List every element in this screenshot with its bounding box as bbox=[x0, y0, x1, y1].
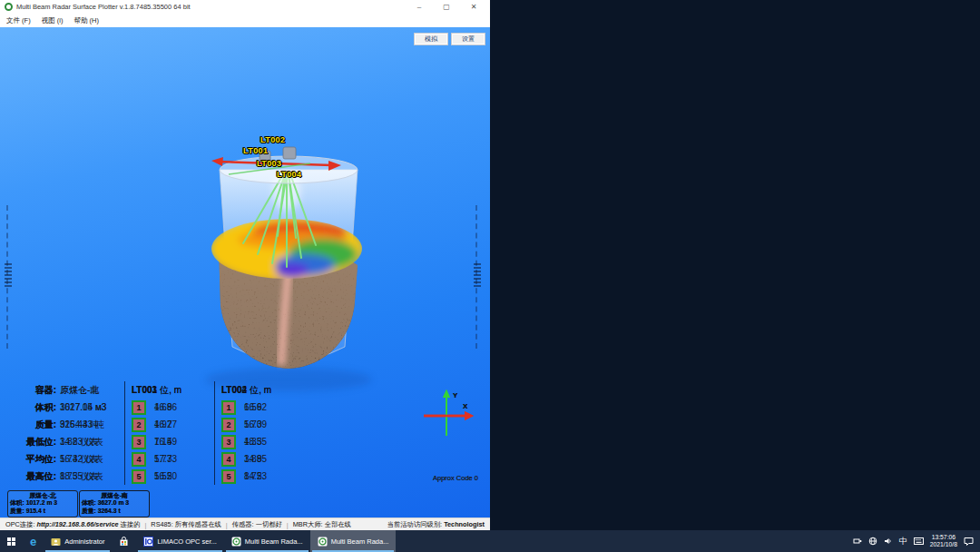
settings-button[interactable]: 设置 bbox=[451, 33, 485, 45]
avg-level-value: 16.42 仪表 bbox=[60, 453, 103, 466]
volume-value: 3627.04 м3 bbox=[60, 402, 106, 412]
taskbar-item-administrator[interactable]: Administrator bbox=[44, 530, 112, 552]
network-icon[interactable] bbox=[868, 537, 877, 546]
avg-level-label: 平均位: bbox=[11, 453, 56, 466]
radar-icon bbox=[318, 537, 328, 547]
system-tray: 中 13:57:06 2021/10/8 bbox=[847, 530, 980, 552]
plot-canvas[interactable]: 模拟 设置 LT003 LT004 容器:原煤仓-南 体积:3627.04 м3… bbox=[0, 27, 490, 518]
beam-row: 316.59 bbox=[132, 433, 210, 450]
taskbar-clock[interactable]: 13:57:06 2021/10/8 bbox=[930, 534, 957, 548]
volume-icon[interactable] bbox=[884, 537, 893, 546]
beam-row: 516.50 bbox=[132, 468, 210, 485]
windows-taskbar: e Administrator LIMACO OPC bbox=[0, 530, 980, 552]
beam-row: 514.23 bbox=[221, 468, 299, 485]
taskbar-item-limaco-opc[interactable]: LIMACO OPC ser... bbox=[136, 530, 223, 552]
container-label: 容器: bbox=[11, 384, 56, 397]
beam-value: 16.86 bbox=[154, 402, 177, 412]
mass-label: 质量: bbox=[11, 419, 56, 431]
beam-status-badge: 5 bbox=[132, 469, 146, 484]
beam-row: 216.27 bbox=[132, 416, 210, 433]
app-icon bbox=[5, 3, 13, 11]
edge-icon: e bbox=[30, 536, 36, 547]
sensor-label: LT004 bbox=[277, 170, 301, 179]
vertical-ruler-right bbox=[475, 205, 477, 349]
store-icon bbox=[119, 537, 129, 547]
approx-code-label: Approx Code 0 bbox=[433, 474, 478, 482]
beam-value: 16.59 bbox=[154, 437, 177, 447]
menu-bar: 文件 (F) 视图 (i) 帮助 (H) bbox=[0, 14, 490, 27]
beam-status-badge: 4 bbox=[132, 452, 146, 467]
beam-value: 14.95 bbox=[244, 454, 267, 464]
mass-value: 3264.33 吨 bbox=[60, 419, 104, 431]
rs485-status: RS485: 所有传感器在线 bbox=[151, 520, 220, 529]
minimize-button[interactable]: – bbox=[407, 0, 431, 14]
action-center-icon[interactable] bbox=[964, 537, 974, 546]
beam-row: 116.86 bbox=[132, 399, 210, 416]
ime-indicator[interactable]: 中 bbox=[899, 536, 907, 547]
beam-row: 318.35 bbox=[221, 433, 299, 450]
keyboard-layout-icon[interactable] bbox=[914, 537, 924, 546]
sensor-name: LT003 bbox=[132, 385, 157, 395]
beam-status-badge: 3 bbox=[132, 435, 146, 449]
sensors-status: 传感器: 一切都好 bbox=[232, 520, 282, 529]
beam-row: 116.62 bbox=[221, 399, 299, 416]
access-level: Technologist bbox=[444, 520, 485, 528]
silo-tab-north[interactable]: 原煤仓-北 体积: 1017.2 m 3 质量: 915.4 t bbox=[7, 490, 78, 518]
axis-y-label: Y bbox=[453, 391, 458, 399]
beam-status-badge: 3 bbox=[221, 435, 236, 449]
beam-status-badge: 2 bbox=[221, 418, 236, 432]
close-button[interactable]: ✕ bbox=[462, 0, 485, 14]
measurement-panel: 容器:原煤仓-南 体积:3627.04 м3 质量:3264.33 吨 最低位:… bbox=[11, 381, 299, 485]
vertical-ruler-left bbox=[6, 205, 8, 349]
edge-button[interactable]: e bbox=[23, 530, 44, 552]
sensor-label: LT002 bbox=[260, 135, 285, 144]
sensor-column: LT003位, m 116.86 216.27 316.59 417.73 51… bbox=[124, 381, 210, 485]
sensor-label: LT001 bbox=[243, 146, 268, 155]
silo-tab-south[interactable]: 原煤仓-南 体积: 3627.0 m 3 质量: 3264.3 t bbox=[79, 490, 150, 518]
beam-row: 417.73 bbox=[132, 450, 210, 468]
min-level-value: 14.23 仪表 bbox=[60, 436, 103, 448]
simulate-button[interactable]: 模拟 bbox=[414, 33, 448, 45]
beam-value: 18.35 bbox=[244, 437, 267, 447]
menu-view[interactable]: 视图 (i) bbox=[42, 16, 64, 25]
window-titlebar[interactable]: Multi Beam Radar Surface Plotter v.1.8.7… bbox=[0, 0, 490, 14]
status-bar: OPC连接: http://192.168.8.66/service 连接的 |… bbox=[0, 518, 490, 530]
taskbar-item-multibeam-2[interactable]: Multi Beam Rada... bbox=[310, 530, 397, 552]
menu-help[interactable]: 帮助 (H) bbox=[74, 16, 99, 25]
taskbar-item-multibeam-1[interactable]: Multi Beam Rada... bbox=[224, 530, 310, 552]
sensor-label: LT003 bbox=[257, 159, 281, 168]
sensor-column: LT004位, m 116.62 216.09 318.35 414.95 51… bbox=[214, 381, 299, 485]
sensor-name: LT004 bbox=[221, 385, 247, 395]
axis-x-label: X bbox=[463, 402, 468, 410]
clock-time: 13:57:06 bbox=[932, 534, 956, 540]
limaco-opc-icon bbox=[143, 537, 153, 547]
beam-status-badge: 5 bbox=[221, 469, 236, 484]
silo-info: 容器:原煤仓-南 体积:3627.04 м3 质量:3264.33 吨 最低位:… bbox=[11, 381, 120, 485]
container-value: 原煤仓-南 bbox=[60, 384, 99, 397]
axis-gizmo: Y X bbox=[419, 383, 477, 441]
start-button[interactable] bbox=[0, 530, 23, 552]
beam-value: 16.27 bbox=[154, 419, 177, 429]
plotter-window-south: Multi Beam Radar Surface Plotter v.1.8.7… bbox=[0, 0, 490, 530]
store-button[interactable] bbox=[112, 530, 136, 552]
beam-value: 16.50 bbox=[154, 471, 177, 481]
beam-status-badge: 4 bbox=[221, 452, 236, 467]
maximize-button[interactable]: ▢ bbox=[435, 0, 458, 14]
clock-date: 2021/10/8 bbox=[930, 541, 957, 547]
beam-value: 16.09 bbox=[244, 419, 267, 429]
max-level-value: 18.35 仪表 bbox=[60, 470, 103, 483]
mbr-status: MBR大师: 全部在线 bbox=[293, 520, 351, 529]
user-folder-icon bbox=[51, 537, 61, 547]
beam-row: 414.95 bbox=[221, 450, 299, 468]
radar-icon bbox=[231, 537, 241, 547]
beam-value: 16.62 bbox=[244, 402, 267, 412]
menu-file[interactable]: 文件 (F) bbox=[6, 16, 31, 25]
beam-status-badge: 1 bbox=[132, 400, 146, 415]
sensor-unit: 位, m bbox=[250, 384, 271, 397]
windows-logo-icon bbox=[7, 537, 15, 546]
usb-icon[interactable] bbox=[853, 537, 862, 546]
volume-label: 体积: bbox=[11, 401, 56, 414]
beam-status-badge: 1 bbox=[221, 400, 236, 415]
sensor-unit: 位, m bbox=[160, 384, 181, 397]
min-level-label: 最低位: bbox=[11, 436, 56, 448]
